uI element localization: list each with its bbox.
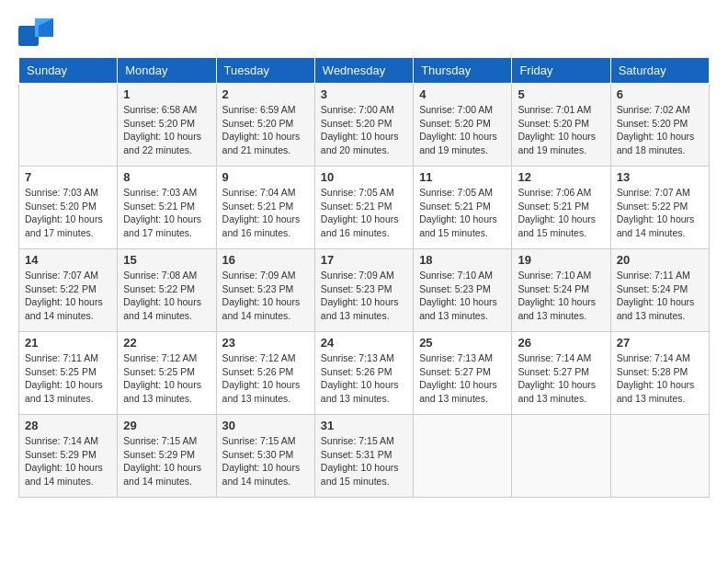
- day-number: 10: [321, 170, 407, 184]
- day-number: 6: [617, 87, 703, 101]
- week-row-3: 14Sunrise: 7:07 AM Sunset: 5:22 PM Dayli…: [19, 249, 710, 332]
- day-info: Sunrise: 7:00 AM Sunset: 5:20 PM Dayligh…: [321, 103, 407, 157]
- day-number: 21: [25, 336, 111, 350]
- day-info: Sunrise: 7:07 AM Sunset: 5:22 PM Dayligh…: [25, 269, 111, 323]
- weekday-header-sunday: Sunday: [19, 58, 118, 84]
- day-info: Sunrise: 7:11 AM Sunset: 5:24 PM Dayligh…: [617, 269, 703, 323]
- week-row-1: 1Sunrise: 6:58 AM Sunset: 5:20 PM Daylig…: [19, 84, 710, 167]
- day-info: Sunrise: 7:03 AM Sunset: 5:21 PM Dayligh…: [123, 186, 210, 240]
- day-info: Sunrise: 7:09 AM Sunset: 5:23 PM Dayligh…: [222, 269, 309, 323]
- day-info: Sunrise: 7:02 AM Sunset: 5:20 PM Dayligh…: [617, 103, 703, 157]
- day-cell: [19, 84, 118, 167]
- day-cell: 3Sunrise: 7:00 AM Sunset: 5:20 PM Daylig…: [314, 84, 413, 167]
- day-number: 11: [419, 170, 506, 184]
- day-number: 15: [123, 253, 210, 267]
- day-number: 4: [419, 87, 506, 101]
- day-cell: 22Sunrise: 7:12 AM Sunset: 5:25 PM Dayli…: [118, 332, 216, 415]
- day-number: 18: [419, 253, 506, 267]
- day-info: Sunrise: 7:12 AM Sunset: 5:25 PM Dayligh…: [123, 351, 210, 406]
- day-cell: 11Sunrise: 7:05 AM Sunset: 5:21 PM Dayli…: [414, 167, 512, 249]
- day-cell: 10Sunrise: 7:05 AM Sunset: 5:21 PM Dayli…: [314, 167, 413, 249]
- day-cell: [610, 415, 709, 498]
- day-number: 20: [617, 253, 703, 267]
- day-number: 22: [123, 336, 210, 350]
- day-cell: 21Sunrise: 7:11 AM Sunset: 5:25 PM Dayli…: [19, 332, 118, 415]
- day-info: Sunrise: 7:03 AM Sunset: 5:20 PM Dayligh…: [25, 186, 111, 240]
- day-cell: 16Sunrise: 7:09 AM Sunset: 5:23 PM Dayli…: [216, 249, 314, 332]
- day-number: 26: [518, 336, 604, 350]
- day-cell: 20Sunrise: 7:11 AM Sunset: 5:24 PM Dayli…: [610, 249, 709, 332]
- day-cell: 24Sunrise: 7:13 AM Sunset: 5:26 PM Dayli…: [314, 332, 413, 415]
- day-cell: 17Sunrise: 7:09 AM Sunset: 5:23 PM Dayli…: [314, 249, 413, 332]
- weekday-header-friday: Friday: [512, 58, 610, 84]
- day-number: 5: [518, 87, 604, 101]
- day-number: 19: [518, 253, 604, 267]
- day-number: 31: [321, 419, 407, 432]
- weekday-header-tuesday: Tuesday: [216, 58, 314, 84]
- weekday-header-saturday: Saturday: [610, 58, 709, 84]
- day-cell: 7Sunrise: 7:03 AM Sunset: 5:20 PM Daylig…: [19, 167, 118, 249]
- day-info: Sunrise: 7:15 AM Sunset: 5:29 PM Dayligh…: [123, 434, 210, 488]
- day-cell: 23Sunrise: 7:12 AM Sunset: 5:26 PM Dayli…: [216, 332, 314, 415]
- day-info: Sunrise: 7:15 AM Sunset: 5:31 PM Dayligh…: [321, 434, 407, 488]
- day-number: 7: [25, 170, 111, 184]
- day-number: 25: [419, 336, 506, 350]
- day-info: Sunrise: 7:11 AM Sunset: 5:25 PM Dayligh…: [25, 351, 111, 406]
- day-cell: 4Sunrise: 7:00 AM Sunset: 5:20 PM Daylig…: [414, 84, 512, 167]
- page-header: [18, 18, 710, 48]
- day-info: Sunrise: 7:00 AM Sunset: 5:20 PM Dayligh…: [419, 103, 506, 157]
- day-info: Sunrise: 7:08 AM Sunset: 5:22 PM Dayligh…: [123, 269, 210, 323]
- day-number: 2: [222, 87, 309, 101]
- day-info: Sunrise: 7:06 AM Sunset: 5:21 PM Dayligh…: [518, 186, 604, 240]
- day-info: Sunrise: 7:14 AM Sunset: 5:29 PM Dayligh…: [25, 434, 111, 488]
- day-cell: 2Sunrise: 6:59 AM Sunset: 5:20 PM Daylig…: [216, 84, 314, 167]
- day-cell: 18Sunrise: 7:10 AM Sunset: 5:23 PM Dayli…: [414, 249, 512, 332]
- day-cell: 5Sunrise: 7:01 AM Sunset: 5:20 PM Daylig…: [512, 84, 610, 167]
- day-number: 28: [25, 419, 111, 432]
- day-cell: 8Sunrise: 7:03 AM Sunset: 5:21 PM Daylig…: [118, 167, 216, 249]
- day-info: Sunrise: 7:14 AM Sunset: 5:28 PM Dayligh…: [617, 351, 703, 406]
- day-number: 12: [518, 170, 604, 184]
- day-cell: 9Sunrise: 7:04 AM Sunset: 5:21 PM Daylig…: [216, 167, 314, 249]
- day-cell: 19Sunrise: 7:10 AM Sunset: 5:24 PM Dayli…: [512, 249, 610, 332]
- day-info: Sunrise: 7:13 AM Sunset: 5:27 PM Dayligh…: [419, 351, 506, 406]
- calendar: SundayMondayTuesdayWednesdayThursdayFrid…: [18, 57, 710, 498]
- day-number: 27: [617, 336, 703, 350]
- day-number: 13: [617, 170, 703, 184]
- day-info: Sunrise: 7:10 AM Sunset: 5:24 PM Dayligh…: [518, 269, 604, 323]
- day-number: 30: [222, 419, 309, 432]
- day-info: Sunrise: 7:05 AM Sunset: 5:21 PM Dayligh…: [419, 186, 506, 240]
- day-cell: [414, 415, 512, 498]
- day-cell: [512, 415, 610, 498]
- day-cell: 30Sunrise: 7:15 AM Sunset: 5:30 PM Dayli…: [216, 415, 314, 498]
- weekday-header-row: SundayMondayTuesdayWednesdayThursdayFrid…: [19, 58, 710, 84]
- weekday-header-monday: Monday: [118, 58, 216, 84]
- logo: [18, 18, 57, 48]
- day-info: Sunrise: 6:58 AM Sunset: 5:20 PM Dayligh…: [123, 103, 210, 157]
- day-info: Sunrise: 7:10 AM Sunset: 5:23 PM Dayligh…: [419, 269, 506, 323]
- day-cell: 25Sunrise: 7:13 AM Sunset: 5:27 PM Dayli…: [414, 332, 512, 415]
- logo-icon: [18, 18, 53, 48]
- day-info: Sunrise: 7:12 AM Sunset: 5:26 PM Dayligh…: [222, 351, 309, 406]
- day-cell: 13Sunrise: 7:07 AM Sunset: 5:22 PM Dayli…: [610, 167, 709, 249]
- weekday-header-thursday: Thursday: [414, 58, 512, 84]
- day-number: 16: [222, 253, 309, 267]
- day-cell: 1Sunrise: 6:58 AM Sunset: 5:20 PM Daylig…: [118, 84, 216, 167]
- day-info: Sunrise: 7:01 AM Sunset: 5:20 PM Dayligh…: [518, 103, 604, 157]
- day-cell: 12Sunrise: 7:06 AM Sunset: 5:21 PM Dayli…: [512, 167, 610, 249]
- day-cell: 15Sunrise: 7:08 AM Sunset: 5:22 PM Dayli…: [118, 249, 216, 332]
- day-info: Sunrise: 7:13 AM Sunset: 5:26 PM Dayligh…: [321, 351, 407, 406]
- day-number: 1: [123, 87, 210, 101]
- week-row-5: 28Sunrise: 7:14 AM Sunset: 5:29 PM Dayli…: [19, 415, 710, 498]
- week-row-2: 7Sunrise: 7:03 AM Sunset: 5:20 PM Daylig…: [19, 167, 710, 249]
- day-info: Sunrise: 7:07 AM Sunset: 5:22 PM Dayligh…: [617, 186, 703, 240]
- day-info: Sunrise: 7:14 AM Sunset: 5:27 PM Dayligh…: [518, 351, 604, 406]
- day-cell: 26Sunrise: 7:14 AM Sunset: 5:27 PM Dayli…: [512, 332, 610, 415]
- day-cell: 27Sunrise: 7:14 AM Sunset: 5:28 PM Dayli…: [610, 332, 709, 415]
- day-number: 9: [222, 170, 309, 184]
- day-number: 8: [123, 170, 210, 184]
- day-info: Sunrise: 7:09 AM Sunset: 5:23 PM Dayligh…: [321, 269, 407, 323]
- day-number: 29: [123, 419, 210, 432]
- day-cell: 29Sunrise: 7:15 AM Sunset: 5:29 PM Dayli…: [118, 415, 216, 498]
- day-number: 24: [321, 336, 407, 350]
